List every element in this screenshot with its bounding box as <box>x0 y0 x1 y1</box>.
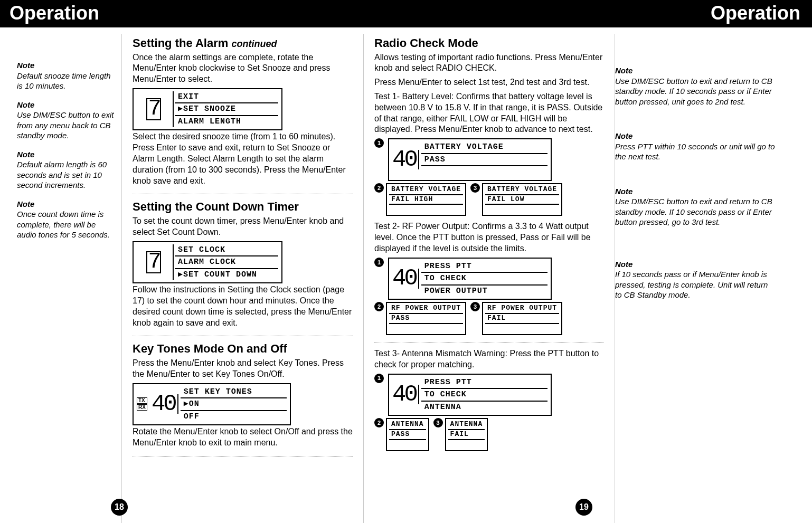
divider <box>133 194 353 194</box>
note-item: Note Default alarm length is 60 seconds … <box>17 149 114 191</box>
lcd-row <box>485 204 559 214</box>
channel-number: 40 <box>392 269 419 288</box>
lcd-row: PASS <box>389 313 463 323</box>
lcd-row: ANTENNA <box>448 420 485 429</box>
lcd-row: POWER OUTPUT <box>421 284 547 297</box>
note-label: Note <box>17 100 114 110</box>
note-item: Note Use DIM/ESC button to exit and retu… <box>615 186 776 227</box>
page-19-column: Radio Check Mode Allows testing of impor… <box>363 34 615 523</box>
note-text: Default alarm length is 60 seconds and i… <box>17 159 114 191</box>
divider <box>374 343 604 343</box>
lcd-test3-main: 40 PRESS PTT TO CHECK ANTENNA <box>388 374 552 416</box>
lcd-row: FAIL <box>485 313 559 323</box>
lcd-test3-pass: ANTENNA PASS <box>386 418 429 451</box>
callout-1-icon: 1 <box>374 374 384 383</box>
callout-1-icon: 1 <box>374 138 384 148</box>
lcd-test2-main: 40 PRESS PTT TO CHECK POWER OUTPUT <box>388 258 552 300</box>
divider <box>133 336 353 336</box>
lcd-row <box>485 323 559 333</box>
countdown-heading: Setting the Count Down Timer <box>133 199 353 215</box>
lcd-row: RF POWER OUTPUT <box>389 304 463 313</box>
countdown-paragraph-2: Follow the instructions in Setting the C… <box>133 284 353 328</box>
callout-2-icon: 2 <box>374 183 384 193</box>
note-item: Note Use DIM/ESC button to exit and retu… <box>615 65 776 107</box>
alarm-paragraph-1: Once the alarm settings are complete, ro… <box>133 52 353 85</box>
left-margin-notes: Note Default snooze time length is 10 mi… <box>0 34 121 523</box>
channel-number: 40 <box>392 150 419 169</box>
callout-3-icon: 3 <box>470 183 480 193</box>
lcd-row: ANTENNA <box>421 401 547 413</box>
txrx-indicator: TXRX <box>137 397 147 411</box>
lcd-row: BATTERY VOLTAGE <box>389 185 463 194</box>
lcd-row: OFF <box>181 410 287 423</box>
lcd-row <box>389 204 463 214</box>
callout-1-icon: 1 <box>374 258 384 267</box>
lcd-row: ANTENNA <box>389 420 426 429</box>
lcd-row: FAIL <box>448 429 485 439</box>
lcd-row: EXIT <box>175 91 278 103</box>
lcd-set-snooze: 7 EXIT ▶SET SNOOZE ALARM LENGTH <box>133 88 282 131</box>
lcd-test3-fail: ANTENNA FAIL <box>445 418 488 451</box>
note-text: Press PTT within 10 seconds or unit will… <box>615 141 776 162</box>
lcd-test1-main: 40 BATTERY VOLTAGE PASS <box>388 138 552 181</box>
test2-paragraph: Test 2- RF Power Output: Confirms a 3.3 … <box>374 221 604 254</box>
lcd-row <box>448 439 485 449</box>
note-label: Note <box>17 60 114 71</box>
lcd-row: PRESS PTT <box>421 261 547 272</box>
setting-alarm-heading: Setting the Alarm continued <box>133 36 353 51</box>
page-body: Note Default snooze time length is 10 mi… <box>0 27 812 523</box>
callout-3-icon: 3 <box>433 418 443 427</box>
lcd-key-tones: TXRX 40 SET KEY TONES ▶ON OFF <box>133 383 291 426</box>
note-text: Default snooze time length is 10 minutes… <box>17 71 114 91</box>
note-text: Once count down time is complete, there … <box>17 209 114 240</box>
lcd-row: TO CHECK <box>421 272 547 284</box>
channel-number: 40 <box>152 394 178 414</box>
lcd-row: PASS <box>421 153 547 166</box>
lcd-set-countdown: 7 SET CLOCK ALARM CLOCK ▶SET COUNT DOWN <box>133 241 282 284</box>
lcd-row: ALARM CLOCK <box>175 255 278 268</box>
note-label: Note <box>615 186 776 197</box>
note-item: Note If 10 seconds pass or if Menu/Enter… <box>615 259 776 300</box>
lcd-decor: 7 <box>137 244 174 281</box>
note-text: Use DIM/ESC button to exit and return to… <box>615 196 776 227</box>
lcd-row: PRESS PTT <box>421 377 547 388</box>
keytones-heading: Key Tones Mode On and Off <box>133 341 353 357</box>
radio-paragraph-2: Press Menu/Enter to select 1st test, 2nd… <box>374 77 604 88</box>
note-item: Note Default snooze time length is 10 mi… <box>17 60 114 91</box>
note-label: Note <box>615 65 776 76</box>
callout-2-icon: 2 <box>374 418 384 427</box>
lcd-decor: 7 <box>137 91 174 128</box>
page-number-18: 18 <box>111 499 128 516</box>
note-item: Note Once count down time is complete, t… <box>17 199 114 240</box>
right-margin-notes: Note Use DIM/ESC button to exit and retu… <box>615 34 776 523</box>
lcd-row: SET KEY TONES <box>181 386 287 398</box>
note-label: Note <box>615 131 776 141</box>
note-label: Note <box>17 199 114 210</box>
lcd-row: FAIL LOW <box>485 194 559 204</box>
lcd-row: ▶ON <box>181 397 287 410</box>
countdown-paragraph-1: To set the count down timer, press Menu/… <box>133 216 353 238</box>
heading-continued: continued <box>231 39 277 49</box>
lcd-row: ▶SET SNOOZE <box>175 102 278 115</box>
note-text: Use DIM/ESC button to exit from any menu… <box>17 110 114 141</box>
page-18-column: Setting the Alarm continued Once the ala… <box>121 34 363 523</box>
keytones-paragraph-2: Rotate the Menu/Enter knob to select On/… <box>133 426 353 449</box>
alarm-paragraph-2: Select the desired snooze time (from 1 t… <box>133 131 353 186</box>
lcd-row <box>389 439 426 449</box>
lcd-test1-faillow: BATTERY VOLTAGE FAIL LOW <box>482 183 562 216</box>
lcd-row: ALARM LENGTH <box>175 115 278 128</box>
lcd-row: BATTERY VOLTAGE <box>421 141 547 153</box>
lcd-row: FAIL HIGH <box>389 194 463 204</box>
lcd-test2-pass: RF POWER OUTPUT PASS <box>386 302 466 335</box>
radio-check-heading: Radio Check Mode <box>374 36 604 51</box>
lcd-test2-fail: RF POWER OUTPUT FAIL <box>482 302 562 335</box>
note-item: Note Press PTT within 10 seconds or unit… <box>615 131 776 162</box>
lcd-row <box>421 165 547 178</box>
divider <box>133 456 353 457</box>
header-left: Operation <box>10 2 99 24</box>
note-item: Note Use DIM/ESC button to exit from any… <box>17 100 114 141</box>
header-bar: Operation Operation <box>0 0 812 27</box>
lcd-row: RF POWER OUTPUT <box>485 304 559 313</box>
lcd-row: ▶SET COUNT DOWN <box>175 268 278 281</box>
note-text: Use DIM/ESC button to exit and return to… <box>615 76 776 107</box>
